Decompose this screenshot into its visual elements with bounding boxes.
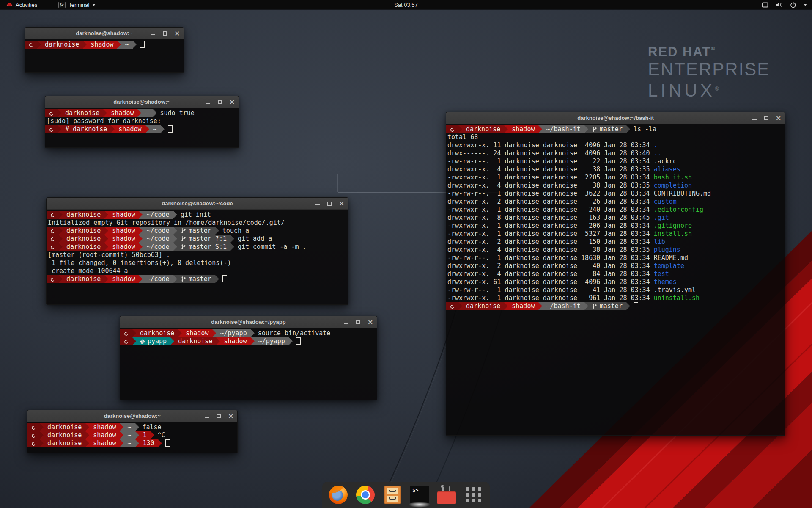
- output-text: create mode 100644 a: [47, 267, 128, 275]
- dock-files-icon[interactable]: [383, 486, 402, 504]
- terminal-content[interactable]: darknoiseshadow~: [25, 39, 184, 72]
- terminal-content[interactable]: darknoiseshadow~/bash-itmasterls -latota…: [446, 124, 785, 435]
- distro-icon: [49, 127, 54, 132]
- terminal-window-bash-it[interactable]: darknoise@shadow:~/bash-it×darknoiseshad…: [446, 112, 785, 436]
- prompt-segment-distro: [47, 211, 59, 219]
- maximize-button[interactable]: [327, 201, 332, 206]
- titlebar[interactable]: darknoise@shadow:~×: [45, 96, 239, 108]
- volume-icon[interactable]: [776, 2, 783, 8]
- close-button[interactable]: ×: [776, 116, 781, 121]
- titlebar[interactable]: darknoise@shadow:~/code×: [47, 198, 348, 210]
- dock-terminal-icon[interactable]: $>: [410, 486, 429, 504]
- terminal-window-exitcodes[interactable]: darknoise@shadow:~×darknoiseshadow~false…: [27, 410, 238, 453]
- titlebar[interactable]: darknoise@shadow:~/bash-it×: [446, 112, 785, 124]
- minimize-button[interactable]: [752, 116, 757, 121]
- powerline-arrow: [40, 439, 44, 447]
- powerline-arrow: [139, 235, 143, 243]
- terminal-line: darknoiseshadow~/bash-itmaster: [446, 302, 785, 310]
- prompt-segment-distro: [446, 125, 458, 133]
- minimize-button[interactable]: [315, 201, 320, 206]
- power-icon[interactable]: [790, 2, 796, 8]
- terminal-content[interactable]: darknoiseshadow~sudo true[sudo] password…: [45, 108, 239, 147]
- terminal-line: Initialized empty Git repository in /hom…: [47, 219, 348, 227]
- terminal-window-code[interactable]: darknoise@shadow:~/code×darknoiseshadow~…: [46, 197, 348, 305]
- ls-row-meta: -rwxrwxr-x. 1 darknoise darknoise 5327 J…: [446, 230, 654, 237]
- terminal-line: drwxrwxr-x. 4 darknoise darknoise 38 Jan…: [446, 246, 785, 254]
- prompt-segment-host: shadow: [108, 211, 139, 219]
- distro-icon: [124, 331, 129, 336]
- powerline-arrow: [538, 302, 542, 310]
- dock-chrome-icon[interactable]: [356, 486, 375, 504]
- close-button[interactable]: ×: [368, 320, 373, 325]
- ls-row-filename: .travis.yml: [654, 286, 696, 294]
- command-text: git commit -a -m .: [238, 243, 307, 251]
- prompt-segment-host: shadow: [220, 337, 250, 345]
- close-button[interactable]: ×: [174, 31, 179, 36]
- terminal-cursor: [222, 275, 227, 282]
- terminal-window-sudo[interactable]: darknoise@shadow:~×darknoiseshadow~sudo …: [45, 96, 239, 148]
- clock[interactable]: Sat 03:57: [0, 2, 812, 8]
- dock-app-grid-icon[interactable]: [464, 486, 483, 504]
- terminal-window-home-small[interactable]: darknoise@shadow:~×darknoiseshadow~: [25, 27, 184, 73]
- powerline-arrow: [117, 41, 121, 49]
- minimize-button[interactable]: [204, 414, 209, 419]
- distro-icon: [49, 111, 54, 116]
- window-icon[interactable]: [762, 2, 768, 8]
- ls-row-filename: .gitignore: [654, 222, 692, 229]
- powerline-arrow: [289, 337, 293, 345]
- dock-toolbox-icon[interactable]: [437, 486, 456, 504]
- distro-icon: [50, 277, 55, 282]
- prompt-segment-user: darknoise: [136, 329, 178, 337]
- titlebar[interactable]: darknoise@shadow:~×: [27, 410, 237, 422]
- maximize-button[interactable]: [162, 31, 167, 36]
- prompt-segment-venv: pyapp: [136, 337, 170, 345]
- terminal-line: 1 file changed, 0 insertions(+), 0 delet…: [47, 259, 348, 267]
- maximize-button[interactable]: [217, 99, 222, 105]
- prompt-segment-host: shadow: [89, 431, 120, 439]
- close-button[interactable]: ×: [339, 201, 344, 206]
- maximize-button[interactable]: [356, 320, 361, 325]
- app-menu[interactable]: $> Terminal: [55, 0, 99, 9]
- ls-row-meta: -rw-rw-r--. 1 darknoise darknoise 22 Jan…: [446, 157, 654, 165]
- dock-firefox-icon[interactable]: [329, 486, 348, 504]
- ls-row-meta: drwxrwxr-x. 2 darknoise darknoise 150 Ja…: [446, 238, 654, 246]
- prompt-segment-distro: [120, 337, 132, 345]
- powerline-arrow: [120, 423, 123, 431]
- terminal-line: drwx------. 24 darknoise darknoise 4096 …: [446, 149, 785, 157]
- terminal-content[interactable]: darknoiseshadow~/pyappsource bin/activat…: [120, 328, 377, 400]
- titlebar[interactable]: darknoise@shadow:~×: [25, 28, 184, 39]
- terminal-content[interactable]: darknoiseshadow~falsedarknoiseshadow~1^C…: [27, 422, 237, 453]
- prompt-segment-distro: [446, 302, 458, 310]
- powerline-arrow: [151, 431, 154, 439]
- prompt-segment-path: ~: [123, 431, 135, 439]
- prompt-segment-git: master: [177, 227, 215, 235]
- distro-icon: [50, 245, 55, 250]
- minimize-button[interactable]: [206, 99, 211, 105]
- powerline-arrow: [215, 227, 219, 235]
- close-button[interactable]: ×: [229, 99, 234, 105]
- minimize-button[interactable]: [344, 320, 349, 325]
- distro-icon: [31, 425, 36, 430]
- powerline-arrow: [104, 243, 108, 251]
- maximize-button[interactable]: [216, 414, 221, 419]
- command-text: git add a: [238, 235, 272, 243]
- titlebar[interactable]: darknoise@shadow:~/pyapp×: [120, 316, 377, 328]
- prompt-segment-path: ~/code: [143, 227, 173, 235]
- terminal-window-pyapp[interactable]: darknoise@shadow:~/pyapp×darknoiseshadow…: [120, 316, 377, 400]
- ls-row-meta: drwxrwxr-x. 11 darknoise darknoise 4096 …: [446, 141, 654, 149]
- terminal-line: total 68: [446, 133, 785, 141]
- git-branch-icon: [592, 303, 597, 309]
- ls-row-filename: .git: [654, 214, 669, 221]
- prompt-segment-path: ~/pyapp: [216, 329, 250, 337]
- terminal-content[interactable]: darknoiseshadow~/codegit initInitialized…: [47, 210, 348, 304]
- close-button[interactable]: ×: [228, 414, 233, 419]
- activities-button[interactable]: Activities: [4, 0, 40, 9]
- minimize-button[interactable]: [151, 31, 156, 36]
- prompt-segment-git: master S:1: [177, 243, 230, 251]
- prompt-segment-user: darknoise: [63, 275, 104, 283]
- maximize-button[interactable]: [764, 116, 769, 121]
- chevron-down-icon[interactable]: [804, 4, 807, 6]
- prompt-segment-host: shadow: [108, 227, 139, 235]
- ls-row-meta: drwxrwxr-x. 4 darknoise darknoise 38 Jan…: [446, 182, 654, 189]
- terminal-line: darknoiseshadow~false: [27, 423, 237, 431]
